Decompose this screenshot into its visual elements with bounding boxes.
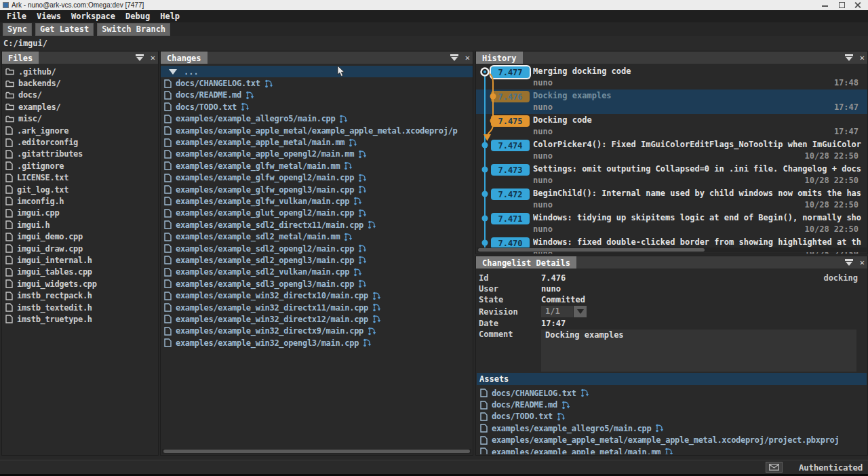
file-tree-item[interactable]: .gitignore: [2, 160, 158, 172]
file-tree-item[interactable]: imgui_widgets.cpp: [2, 278, 158, 290]
file-icon: [164, 292, 172, 300]
file-name: misc/: [18, 114, 42, 123]
changed-file-item[interactable]: examples/example_win32_directx12/main.cp…: [161, 313, 473, 325]
changed-file-item[interactable]: examples/example_glfw_opengl3/main.cpp: [161, 184, 473, 195]
menu-item[interactable]: Debug: [125, 12, 150, 21]
toolbar-button[interactable]: Switch Branch: [97, 23, 170, 36]
file-name: docs/: [18, 90, 42, 100]
history-commit-row[interactable]: 7.471 Windows: tidying up skipitems logi…: [476, 212, 867, 236]
changed-file-path: examples/example_apple_metal/main.mm: [176, 138, 344, 147]
file-tree-item[interactable]: git_log.txt: [2, 184, 158, 195]
changed-file-item[interactable]: examples/example_glfw_metal/main.mm: [161, 160, 473, 172]
toolbar-button[interactable]: Sync: [3, 23, 32, 36]
menu-item[interactable]: Workspace: [71, 12, 115, 21]
file-tree-item[interactable]: imstb_truetype.h: [2, 313, 158, 325]
revision-dropdown-button[interactable]: [574, 306, 587, 317]
git-change-icon: [358, 150, 367, 159]
changed-file-item[interactable]: examples/example_sdl3_opengl3/main.cpp: [161, 278, 473, 290]
history-commit-row[interactable]: 7.473 Settings: omit outputing Collapsed…: [476, 163, 867, 187]
file-tree-item[interactable]: imgui_demo.cpp: [2, 231, 158, 242]
menu-item[interactable]: Help: [160, 12, 180, 21]
file-tree-item[interactable]: imgui.h: [2, 219, 158, 231]
filter-icon[interactable]: [842, 52, 856, 64]
history-commit-row[interactable]: 7.476 Docking examples nuno 17:47: [476, 90, 867, 114]
asset-file-item[interactable]: docs/TODO.txt: [477, 411, 867, 422]
changed-file-item[interactable]: examples/example_glfw_vulkan/main.cpp: [161, 195, 473, 207]
changed-file-item[interactable]: examples/example_glfw_opengl2/main.cpp: [161, 172, 473, 184]
changed-file-item[interactable]: examples/example_sdl2_metal/main.mm: [161, 231, 473, 242]
file-icon: [5, 209, 13, 218]
changed-file-item[interactable]: examples/example_allegro5/main.cpp: [161, 113, 473, 125]
file-tree-item[interactable]: imstb_rectpack.h: [2, 290, 158, 301]
close-panel-icon[interactable]: ✕: [462, 52, 473, 64]
file-tree-item[interactable]: imgui_internal.h: [2, 254, 158, 266]
history-tab[interactable]: History: [476, 52, 523, 64]
changed-file-item[interactable]: examples/example_sdl2_vulkan/main.cpp: [161, 266, 473, 278]
revision-dropdown[interactable]: 1/1: [541, 306, 587, 317]
asset-file-item[interactable]: docs/README.md: [477, 399, 867, 410]
minimize-icon[interactable]: [822, 2, 829, 8]
history-commit-row[interactable]: 7.474 ColorPicker4(): Fixed ImGuiColorEd…: [476, 138, 867, 163]
changed-file-item[interactable]: examples/example_win32_directx9/main.cpp: [161, 325, 473, 337]
asset-file-item[interactable]: examples/example_apple_metal/main.mm: [477, 446, 867, 454]
close-panel-icon[interactable]: ✕: [856, 256, 867, 269]
file-tree-item[interactable]: .ark_ignore: [2, 125, 158, 136]
filter-icon[interactable]: [842, 256, 856, 269]
history-commit-row[interactable]: 7.477 Merging docking code nuno 17:48: [476, 65, 867, 90]
file-tree-item[interactable]: imgui.cpp: [2, 207, 158, 219]
file-tree-item[interactable]: .editorconfig: [2, 136, 158, 148]
file-tree-item[interactable]: imgui_tables.cpp: [2, 266, 158, 278]
filter-icon[interactable]: [132, 52, 147, 64]
changes-tab[interactable]: Changes: [161, 52, 208, 64]
file-tree-item[interactable]: LICENSE.txt: [2, 172, 158, 184]
asset-file-item[interactable]: examples/example_allegro5/main.cpp: [477, 422, 867, 434]
maximize-icon[interactable]: [838, 2, 845, 8]
menu-item[interactable]: Views: [37, 12, 61, 21]
comment-field[interactable]: Docking examples: [541, 330, 856, 372]
changes-horizontal-scrollbar[interactable]: [162, 449, 471, 454]
asset-file-item[interactable]: docs/CHANGELOG.txt: [477, 387, 867, 399]
changed-file-item[interactable]: docs/TODO.txt: [161, 101, 473, 113]
changed-file-item[interactable]: examples/example_sdl2_opengl3/main.cpp: [161, 254, 473, 266]
file-icon: [164, 161, 172, 170]
changed-file-item[interactable]: examples/example_sdl2_opengl2/main.cpp: [161, 243, 473, 254]
history-horizontal-scrollbar[interactable]: [477, 247, 867, 252]
collapse-arrow-icon[interactable]: [169, 69, 177, 75]
file-tree-item[interactable]: imgui_draw.cpp: [2, 243, 158, 254]
file-tree-item[interactable]: misc/: [2, 113, 158, 125]
file-tree-item[interactable]: backends/: [2, 77, 158, 89]
mail-icon[interactable]: [766, 462, 783, 473]
history-commit-row[interactable]: 7.475 Docking code nuno 17:47: [476, 114, 867, 138]
changed-file-item[interactable]: examples/example_win32_directx10/main.cp…: [161, 290, 473, 301]
filter-icon[interactable]: [447, 52, 462, 64]
file-icon: [164, 209, 172, 218]
changes-root-row[interactable]: ...: [161, 66, 473, 77]
file-tree-item[interactable]: examples/: [2, 101, 158, 113]
toolbar-button[interactable]: Get Latest: [35, 23, 94, 36]
changed-file-item[interactable]: examples/example_win32_directx11/main.cp…: [161, 302, 473, 313]
file-icon: [480, 412, 488, 421]
file-name: imstb_truetype.h: [17, 315, 92, 324]
changed-file-item[interactable]: docs/README.md: [161, 90, 473, 101]
changelist-details-tab[interactable]: Changelist Details: [476, 256, 576, 269]
file-tree-item[interactable]: imstb_textedit.h: [2, 302, 158, 313]
history-commit-row[interactable]: 7.472 BeginChild(): Internal name used b…: [476, 187, 867, 212]
changed-file-item[interactable]: examples/example_apple_metal/example_app…: [161, 125, 473, 136]
file-tree-item[interactable]: docs/: [2, 90, 158, 101]
changed-file-item[interactable]: examples/example_apple_metal/main.mm: [161, 136, 473, 148]
close-icon[interactable]: [854, 2, 861, 8]
changed-file-item[interactable]: examples/example_sdl2_directx11/main.cpp: [161, 219, 473, 231]
file-tree-item[interactable]: .gitattributes: [2, 148, 158, 160]
files-tab[interactable]: Files: [2, 52, 39, 64]
close-panel-icon[interactable]: ✕: [147, 52, 158, 64]
changed-file-item[interactable]: examples/example_win32_opengl3/main.cpp: [161, 337, 473, 349]
close-panel-icon[interactable]: ✕: [856, 52, 867, 64]
file-tree-item[interactable]: imconfig.h: [2, 195, 158, 207]
changed-file-item[interactable]: examples/example_glut_opengl2/main.cpp: [161, 207, 473, 219]
file-tree-item[interactable]: .github/: [2, 66, 158, 77]
changed-file-path: examples/example_win32_opengl3/main.cpp: [176, 338, 359, 348]
changed-file-item[interactable]: examples/example_apple_opengl2/main.mm: [161, 148, 473, 160]
menu-item[interactable]: File: [7, 12, 26, 21]
changed-file-item[interactable]: docs/CHANGELOG.txt: [161, 77, 473, 89]
asset-file-item[interactable]: examples/example_apple_metal/example_app…: [477, 435, 867, 446]
